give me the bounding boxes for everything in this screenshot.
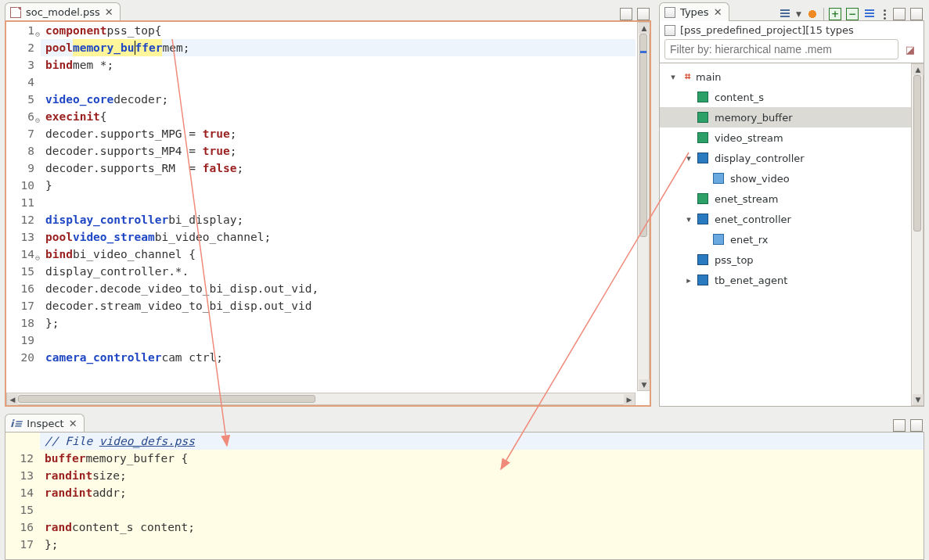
chevron-down-icon[interactable]: ▼ [796, 10, 801, 18]
scroll-up-icon[interactable]: ▲ [639, 23, 650, 34]
code-line[interactable]: video_core decoder; [41, 91, 636, 108]
tree-item-show-video[interactable]: show_video [660, 168, 924, 188]
tree-item-enet-stream[interactable]: enet_stream [660, 188, 924, 209]
code-line[interactable]: decoder.supports_RM = false; [41, 160, 636, 177]
package-filter-icon[interactable] [806, 8, 819, 20]
tree-item-enet-controller[interactable]: ▾enet_controller [660, 209, 924, 229]
minimize-button[interactable] [620, 8, 632, 20]
code-line[interactable] [41, 332, 636, 349]
scroll-up-icon[interactable]: ▲ [913, 64, 924, 75]
comp-icon [697, 254, 708, 265]
scroll-right-icon[interactable]: ▶ [624, 394, 635, 405]
minimize-button[interactable] [893, 419, 906, 432]
code-line[interactable]: bind bi_video_channel { [41, 246, 636, 263]
expand-toggle[interactable]: ▸ [683, 275, 694, 285]
minimize-button[interactable] [893, 8, 906, 20]
code-line[interactable]: rand int addr; [40, 484, 924, 501]
code-line[interactable]: } [41, 177, 636, 194]
code-line[interactable]: component pss_top { [41, 22, 636, 39]
code-line[interactable]: exec init { [41, 108, 636, 125]
vertical-scrollbar[interactable]: ▲ ▼ [637, 22, 650, 391]
expand-toggle[interactable]: ▾ [668, 72, 679, 82]
code-line[interactable]: bind mem *; [41, 56, 636, 74]
fold-toggle[interactable]: ⊖ [34, 26, 41, 43]
inspect-body[interactable]: 121314151617 // File video_defs.pssbuffe… [5, 432, 924, 560]
tree-item-memory-buffer[interactable]: memory_buffer [660, 107, 924, 127]
scroll-down-icon[interactable]: ▼ [639, 379, 650, 390]
line-number: 19 [6, 332, 34, 349]
expand-all-button[interactable] [829, 8, 841, 20]
expand-toggle[interactable]: ▾ [683, 153, 694, 163]
line-number: 13 [6, 228, 34, 246]
collapse-all-button[interactable] [846, 8, 859, 20]
tree-item-main[interactable]: ▾⌗main [660, 66, 924, 87]
code-line[interactable]: // File video_defs.pss [40, 433, 924, 450]
comp-icon [697, 275, 708, 285]
list-view-icon[interactable] [863, 8, 876, 20]
types-tree[interactable]: ▾⌗maincontent_smemory_buffervideo_stream… [659, 63, 924, 407]
inspect-tab-label: Inspect [27, 418, 63, 429]
tree-item-tb-enet-agent[interactable]: ▸tb_enet_agent [660, 270, 924, 290]
fold-toggle[interactable]: ⊖ [34, 249, 41, 267]
code-line[interactable]: decoder.decode_video_to_bi_disp.out_vid, [41, 280, 636, 297]
view-menu-icon[interactable] [880, 8, 888, 20]
scroll-thumb[interactable] [639, 34, 647, 237]
expand-toggle[interactable]: ▾ [683, 214, 694, 224]
code-line[interactable]: }; [41, 314, 636, 332]
code-line[interactable]: }; [40, 536, 924, 553]
tree-item-label: main [696, 71, 721, 83]
scroll-down-icon[interactable]: ▼ [913, 394, 924, 405]
code-line[interactable]: buffer memory_buffer { [40, 450, 924, 467]
editor-pane: soc_model.pss ✕ 1⊖23456⊖7891011121314⊖15… [5, 0, 651, 407]
package-icon: ⌗ [682, 70, 693, 83]
code-line[interactable]: rand int size; [40, 467, 924, 484]
code-line[interactable]: pool memory_buffer mem; [41, 39, 636, 56]
code-line[interactable]: decoder.supports_MPG = true; [41, 125, 636, 142]
scroll-thumb[interactable] [18, 395, 315, 403]
tree-item-enet-rx[interactable]: enet_rx [660, 229, 924, 249]
line-number: 1 [6, 22, 34, 39]
code-line[interactable]: rand content_s content; [40, 519, 924, 536]
close-icon[interactable]: ✕ [105, 6, 113, 18]
inspect-tab[interactable]: i≡ Inspect ✕ [5, 414, 85, 433]
code-line[interactable]: decoder.supports_MP4 = true; [41, 142, 636, 160]
code-line[interactable]: decoder.stream_video_to_bi_disp.out_vid [41, 297, 636, 314]
types-filter-input[interactable] [664, 39, 898, 59]
code-line[interactable] [41, 194, 636, 211]
code-line[interactable]: display_controller bi_display; [41, 211, 636, 228]
editor-tab-soc-model[interactable]: soc_model.pss ✕ [5, 2, 121, 21]
line-number: 12 [6, 211, 34, 228]
scroll-left-icon[interactable]: ◀ [7, 394, 18, 405]
line-number: 5 [6, 91, 34, 108]
vertical-scrollbar[interactable]: ▲ ▼ [911, 63, 924, 406]
code-line[interactable]: camera_controller cam ctrl; [41, 349, 636, 366]
overview-marker [640, 51, 646, 53]
maximize-button[interactable] [910, 419, 923, 432]
maximize-button[interactable] [637, 8, 650, 20]
code-line[interactable] [40, 501, 924, 519]
tree-item-content-s[interactable]: content_s [660, 87, 924, 107]
code-line[interactable] [41, 74, 636, 91]
tree-item-display-controller[interactable]: ▾display_controller [660, 148, 924, 168]
code-line[interactable]: pool video_stream bi_video_channel; [41, 228, 636, 246]
fold-toggle[interactable]: ⊖ [34, 112, 41, 129]
close-icon[interactable]: ✕ [714, 6, 722, 18]
file-link[interactable]: video_defs.pss [99, 435, 195, 447]
editor-body[interactable]: 1⊖23456⊖7891011121314⊖151617181920compon… [5, 20, 651, 407]
clear-filter-icon[interactable]: ◪ [902, 41, 919, 58]
types-tab[interactable]: Types ✕ [659, 2, 729, 21]
maximize-button[interactable] [910, 8, 923, 20]
inspect-code[interactable]: // File video_defs.pssbuffer memory_buff… [40, 433, 924, 553]
line-number: 2 [6, 39, 34, 56]
horizontal-scrollbar[interactable]: ◀ ▶ [6, 393, 636, 405]
code-area[interactable]: 1⊖23456⊖7891011121314⊖151617181920compon… [6, 22, 636, 391]
types-tab-label: Types [680, 6, 709, 18]
scroll-thumb[interactable] [913, 75, 921, 232]
line-number: 14 [6, 246, 34, 263]
tree-item-video-stream[interactable]: video_stream [660, 127, 924, 148]
sort-icon[interactable] [779, 8, 791, 20]
tree-item-pss-top[interactable]: pss_top [660, 249, 924, 270]
code-line[interactable]: display_controller.*. [41, 263, 636, 280]
line-number: 17 [6, 297, 34, 314]
close-icon[interactable]: ✕ [69, 418, 77, 429]
